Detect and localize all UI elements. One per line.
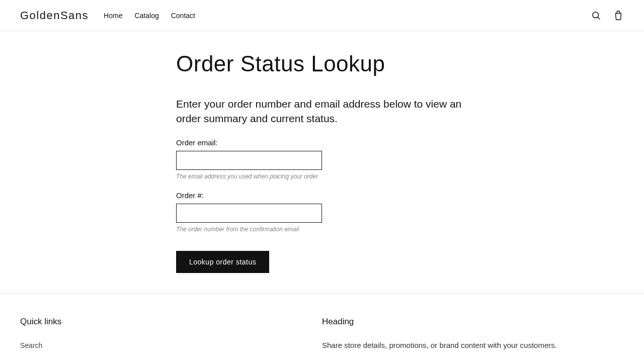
footer-info-heading: Heading — [322, 317, 624, 327]
order-email-input[interactable] — [176, 151, 322, 170]
footer-info-text: Share store details, promotions, or bran… — [322, 341, 624, 349]
main-nav: Home Catalog Contact — [104, 12, 195, 20]
brand-logo[interactable]: GoldenSans — [20, 9, 89, 22]
page-title: Order Status Lookup — [176, 51, 468, 76]
lookup-button[interactable]: Lookup order status — [176, 251, 269, 273]
email-label: Order email: — [176, 138, 468, 147]
footer-info: Heading Share store details, promotions,… — [322, 317, 624, 350]
email-hint: The email address you used when placing … — [176, 173, 468, 180]
email-form-group: Order email: The email address you used … — [176, 138, 468, 180]
order-number-input[interactable] — [176, 204, 322, 223]
quicklinks-heading: Quick links — [20, 317, 322, 327]
footer-quicklinks: Quick links Search — [20, 317, 322, 350]
order-form-group: Order #: The order number from the confi… — [176, 191, 468, 233]
footer: Quick links Search Heading Share store d… — [0, 293, 644, 362]
nav-catalog[interactable]: Catalog — [134, 12, 158, 20]
nav-home[interactable]: Home — [104, 12, 122, 20]
page-subtitle: Enter your order number and email addres… — [176, 97, 468, 126]
header: GoldenSans Home Catalog Contact — [0, 0, 644, 31]
header-icons — [591, 10, 624, 21]
order-hint: The order number from the confirmation e… — [176, 226, 468, 233]
cart-icon[interactable] — [613, 10, 624, 21]
svg-line-1 — [598, 17, 600, 19]
search-icon[interactable] — [591, 10, 602, 21]
footer-columns: Quick links Search Heading Share store d… — [20, 317, 624, 350]
footer-search-link[interactable]: Search — [20, 341, 42, 349]
svg-point-0 — [593, 12, 599, 18]
main-content: Order Status Lookup Enter your order num… — [0, 31, 644, 293]
order-label: Order #: — [176, 191, 468, 200]
nav-contact[interactable]: Contact — [171, 12, 195, 20]
